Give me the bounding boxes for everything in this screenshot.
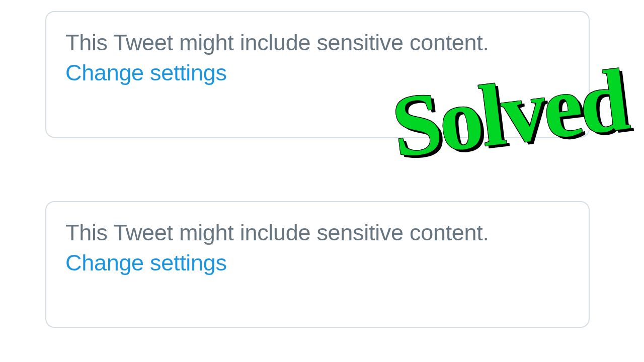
sensitive-content-warning-card: This Tweet might include sensitive conte…	[45, 11, 590, 138]
warning-message: This Tweet might include sensitive conte…	[65, 218, 570, 247]
change-settings-link[interactable]: Change settings	[65, 248, 227, 278]
change-settings-link[interactable]: Change settings	[65, 58, 227, 87]
warning-message: This Tweet might include sensitive conte…	[65, 28, 570, 57]
sensitive-content-warning-card: This Tweet might include sensitive conte…	[45, 201, 590, 328]
